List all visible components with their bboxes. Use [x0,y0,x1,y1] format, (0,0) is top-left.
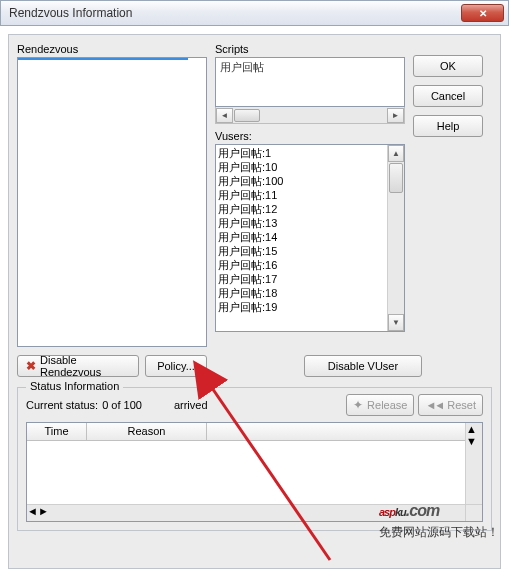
vuser-item[interactable]: 用户回帖:19 [218,300,387,314]
col-time[interactable]: Time [27,423,87,440]
scroll-left-icon[interactable]: ◄ [216,108,233,123]
vusers-listbox[interactable]: 用户回帖:1用户回帖:10用户回帖:100用户回帖:11用户回帖:12用户回帖:… [215,144,405,332]
window-title: Rendzvous Information [9,6,461,20]
vuser-item[interactable]: 用户回帖:1 [218,146,387,160]
status-legend: Status Information [26,380,123,392]
arrived-label: arrived [174,399,208,411]
watermark: aspku.com 免费网站源码下载站！ [379,485,499,541]
scroll-thumb[interactable] [389,163,403,193]
release-button[interactable]: ✦ Release [346,394,414,416]
scroll-right-icon[interactable]: ► [387,108,404,123]
scroll-up-icon[interactable]: ▲ [466,423,482,435]
rendezvous-label: Rendezvous [17,43,207,55]
disable-rendezvous-button[interactable]: ✖ Disable Rendezvous [17,355,139,377]
vuser-item[interactable]: 用户回帖:100 [218,174,387,188]
close-button[interactable]: ✕ [461,4,504,22]
scripts-label: Scripts [215,43,405,55]
scripts-item[interactable]: 用户回帖 [220,61,264,73]
vusers-vscrollbar[interactable]: ▲ ▼ [387,145,404,331]
help-button[interactable]: Help [413,115,483,137]
scroll-track[interactable] [388,194,404,314]
title-bar: Rendzvous Information ✕ [0,0,509,26]
vuser-item[interactable]: 用户回帖:15 [218,244,387,258]
scripts-hscrollbar[interactable]: ◄ ► [215,107,405,124]
col-reason[interactable]: Reason [87,423,207,440]
current-status-label: Current status: [26,399,98,411]
disable-vuser-button[interactable]: Disable VUser [304,355,422,377]
scroll-left-icon[interactable]: ◄ [27,505,38,521]
current-status-value: 0 of 100 [102,399,142,411]
release-icon: ✦ [353,398,363,412]
scroll-thumb[interactable] [234,109,260,122]
vuser-item[interactable]: 用户回帖:11 [218,188,387,202]
rendezvous-listbox[interactable] [17,57,207,347]
x-icon: ✖ [26,359,36,373]
vuser-item[interactable]: 用户回帖:12 [218,202,387,216]
reset-icon: ◄◄ [425,399,443,411]
vuser-item[interactable]: 用户回帖:13 [218,216,387,230]
ok-button[interactable]: OK [413,55,483,77]
vuser-item[interactable]: 用户回帖:10 [218,160,387,174]
scroll-up-icon[interactable]: ▲ [388,145,404,162]
cancel-button[interactable]: Cancel [413,85,483,107]
reset-button[interactable]: ◄◄ Reset [418,394,483,416]
rendezvous-item-selected[interactable] [18,58,188,60]
scroll-right-icon[interactable]: ► [38,505,49,521]
vuser-item[interactable]: 用户回帖:17 [218,272,387,286]
vusers-label: Vusers: [215,130,405,142]
scroll-down-icon[interactable]: ▼ [466,435,482,447]
vuser-item[interactable]: 用户回帖:18 [218,286,387,300]
scripts-listbox[interactable]: 用户回帖 [215,57,405,107]
policy-button[interactable]: Policy... [145,355,207,377]
scroll-down-icon[interactable]: ▼ [388,314,404,331]
vuser-item[interactable]: 用户回帖:16 [218,258,387,272]
vuser-item[interactable]: 用户回帖:14 [218,230,387,244]
grid-header: Time Reason [27,423,482,441]
